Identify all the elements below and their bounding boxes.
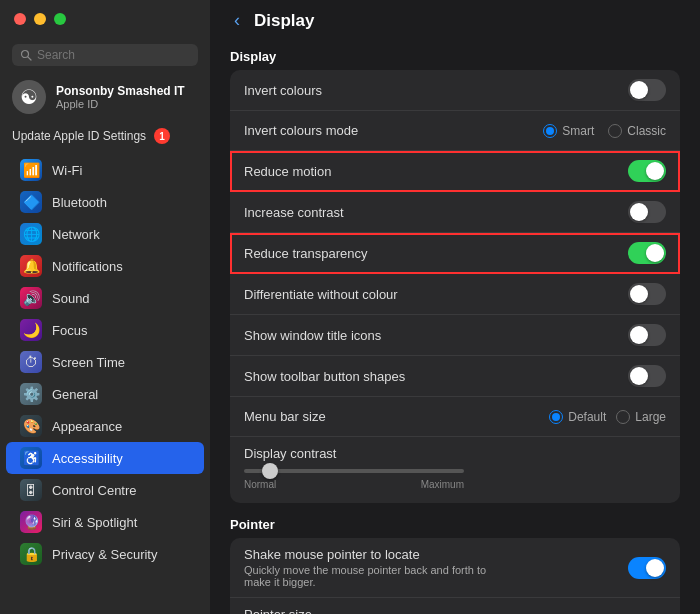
display-contrast-track[interactable]	[244, 469, 464, 473]
show-window-title-icons-toggle[interactable]	[628, 324, 666, 346]
network-icon: 🌐	[20, 223, 42, 245]
invert-colours-toggle[interactable]	[628, 79, 666, 101]
shake-mouse-toggle[interactable]	[628, 557, 666, 579]
sidebar-item-sound[interactable]: 🔊Sound	[6, 282, 204, 314]
show-toolbar-button-shapes-label: Show toolbar button shapes	[244, 369, 405, 384]
main-header: ‹ Display	[210, 0, 700, 39]
menu-bar-size-option-label-large: Large	[635, 410, 666, 424]
reduce-motion-toggle[interactable]	[628, 160, 666, 182]
profile-row[interactable]: ☯ Ponsonby Smashed IT Apple ID	[0, 74, 210, 122]
invert-colours-mode-radio-circle-classic	[608, 124, 622, 138]
controlcentre-icon: 🎛	[20, 479, 42, 501]
accessibility-icon: ♿	[20, 447, 42, 469]
menu-bar-size-radio-group: DefaultLarge	[549, 410, 666, 424]
invert-colours-mode-option-label-smart: Smart	[562, 124, 594, 138]
fullscreen-button[interactable]	[54, 13, 66, 25]
reduce-motion-label: Reduce motion	[244, 164, 331, 179]
settings-row-increase-contrast: Increase contrast	[230, 192, 680, 233]
settings-group-pointer: Shake mouse pointer to locateQuickly mov…	[230, 538, 680, 614]
invert-colours-mode-radio-group: SmartClassic	[543, 124, 666, 138]
update-badge: 1	[154, 128, 170, 144]
avatar: ☯	[12, 80, 46, 114]
menu-bar-size-label: Menu bar size	[244, 409, 326, 424]
back-button[interactable]: ‹	[230, 10, 244, 31]
differentiate-without-colour-toggle[interactable]	[628, 283, 666, 305]
pointer-size-label: Pointer size	[244, 607, 312, 614]
increase-contrast-toggle[interactable]	[628, 201, 666, 223]
sidebar-label-bluetooth: Bluetooth	[52, 195, 107, 210]
invert-colours-mode-option-label-classic: Classic	[627, 124, 666, 138]
minimize-button[interactable]	[34, 13, 46, 25]
display-contrast-max-label: Maximum	[421, 479, 464, 490]
sidebar-item-wifi[interactable]: 📶Wi-Fi	[6, 154, 204, 186]
privacy-icon: 🔒	[20, 543, 42, 565]
search-icon	[20, 49, 32, 61]
sidebar-item-focus[interactable]: 🌙Focus	[6, 314, 204, 346]
sidebar-label-controlcentre: Control Centre	[52, 483, 137, 498]
sidebar-label-screentime: Screen Time	[52, 355, 125, 370]
sidebar-item-siri[interactable]: 🔮Siri & Spotlight	[6, 506, 204, 538]
focus-icon: 🌙	[20, 319, 42, 341]
main-content: ‹ Display DisplayInvert coloursInvert co…	[210, 0, 700, 614]
titlebar	[0, 0, 210, 38]
content-body: DisplayInvert coloursInvert colours mode…	[210, 39, 700, 614]
settings-row-show-window-title-icons: Show window title icons	[230, 315, 680, 356]
sidebar-item-screentime[interactable]: ⏱Screen Time	[6, 346, 204, 378]
invert-colours-mode-radio-circle-smart	[543, 124, 557, 138]
settings-row-reduce-transparency: Reduce transparency	[230, 233, 680, 274]
notifications-icon: 🔔	[20, 255, 42, 277]
settings-group-display: Invert coloursInvert colours modeSmartCl…	[230, 70, 680, 503]
svg-line-1	[28, 57, 31, 60]
settings-row-differentiate-without-colour: Differentiate without colour	[230, 274, 680, 315]
increase-contrast-label: Increase contrast	[244, 205, 344, 220]
settings-row-show-toolbar-button-shapes: Show toolbar button shapes	[230, 356, 680, 397]
wifi-icon: 📶	[20, 159, 42, 181]
sidebar-label-sound: Sound	[52, 291, 90, 306]
sidebar-label-appearance: Appearance	[52, 419, 122, 434]
settings-row-display-contrast: Display contrastNormalMaximum	[230, 437, 680, 503]
settings-row-invert-colours: Invert colours	[230, 70, 680, 111]
reduce-transparency-toggle[interactable]	[628, 242, 666, 264]
sidebar-item-general[interactable]: ⚙️General	[6, 378, 204, 410]
general-icon: ⚙️	[20, 383, 42, 405]
settings-row-invert-colours-mode: Invert colours modeSmartClassic	[230, 111, 680, 151]
sidebar-label-accessibility: Accessibility	[52, 451, 123, 466]
sidebar-item-bluetooth[interactable]: 🔷Bluetooth	[6, 186, 204, 218]
menu-bar-size-radio-circle-default	[549, 410, 563, 424]
sidebar-label-general: General	[52, 387, 98, 402]
sidebar-item-controlcentre[interactable]: 🎛Control Centre	[6, 474, 204, 506]
search-input[interactable]	[37, 48, 190, 62]
settings-row-reduce-motion: Reduce motion	[230, 151, 680, 192]
sidebar-item-network[interactable]: 🌐Network	[6, 218, 204, 250]
siri-icon: 🔮	[20, 511, 42, 533]
profile-sub: Apple ID	[56, 98, 185, 110]
sidebar: ☯ Ponsonby Smashed IT Apple ID Update Ap…	[0, 0, 210, 614]
update-apple-id-row[interactable]: Update Apple ID Settings 1	[0, 122, 210, 152]
menu-bar-size-radio-circle-large	[616, 410, 630, 424]
sidebar-label-focus: Focus	[52, 323, 87, 338]
sidebar-item-notifications[interactable]: 🔔Notifications	[6, 250, 204, 282]
invert-colours-mode-option-smart[interactable]: Smart	[543, 124, 594, 138]
shake-mouse-sublabel: Quickly move the mouse pointer back and …	[244, 564, 497, 588]
menu-bar-size-option-large[interactable]: Large	[616, 410, 666, 424]
bluetooth-icon: 🔷	[20, 191, 42, 213]
differentiate-without-colour-label: Differentiate without colour	[244, 287, 398, 302]
menu-bar-size-option-default[interactable]: Default	[549, 410, 606, 424]
sidebar-label-network: Network	[52, 227, 100, 242]
search-box[interactable]	[12, 44, 198, 66]
display-contrast-thumb[interactable]	[262, 463, 278, 479]
display-contrast-min-label: Normal	[244, 479, 276, 490]
section-label-display: Display	[230, 49, 680, 64]
show-toolbar-button-shapes-toggle[interactable]	[628, 365, 666, 387]
profile-name: Ponsonby Smashed IT	[56, 84, 185, 98]
sidebar-item-appearance[interactable]: 🎨Appearance	[6, 410, 204, 442]
close-button[interactable]	[14, 13, 26, 25]
sidebar-item-accessibility[interactable]: ♿Accessibility	[6, 442, 204, 474]
invert-colours-mode-option-classic[interactable]: Classic	[608, 124, 666, 138]
sidebar-label-privacy: Privacy & Security	[52, 547, 157, 562]
sidebar-item-privacy[interactable]: 🔒Privacy & Security	[6, 538, 204, 570]
show-window-title-icons-label: Show window title icons	[244, 328, 381, 343]
menu-bar-size-option-label-default: Default	[568, 410, 606, 424]
settings-row-menu-bar-size: Menu bar sizeDefaultLarge	[230, 397, 680, 437]
appearance-icon: 🎨	[20, 415, 42, 437]
